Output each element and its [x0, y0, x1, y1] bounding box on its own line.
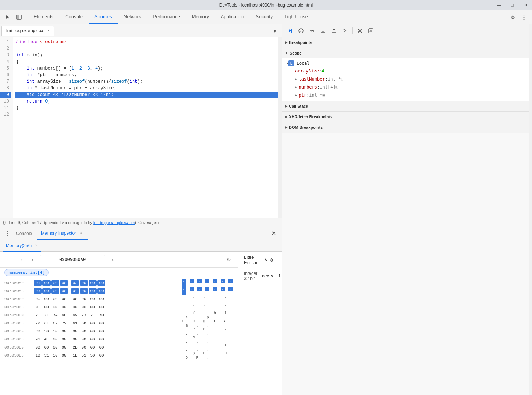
hex-byte[interactable]: 00	[42, 280, 51, 286]
source-file-tab[interactable]: lmi-bug-example.cc ×	[1, 26, 54, 36]
hex-byte[interactable]: 00	[97, 329, 105, 334]
hex-byte[interactable]: 00	[51, 337, 59, 342]
hex-byte[interactable]: 1E	[71, 353, 79, 358]
mem-data-format-selector[interactable]: dec ∨	[262, 273, 274, 279]
hex-byte[interactable]: 00	[71, 329, 79, 334]
hex-byte[interactable]: 00	[80, 337, 88, 342]
tab-console-bottom[interactable]: Console	[12, 227, 37, 240]
tab-elements[interactable]: Elements	[28, 10, 59, 24]
hex-byte[interactable]: 00	[80, 280, 88, 286]
hex-byte[interactable]: 00	[89, 337, 97, 342]
hex-byte[interactable]: 68	[60, 313, 68, 318]
hex-byte[interactable]: 00	[89, 280, 97, 286]
endian-selector[interactable]: Little Endian ∨	[244, 254, 268, 265]
hex-byte[interactable]: 72	[34, 321, 42, 326]
scope-numbers[interactable]: ▶ numbers : int[4]⊞	[282, 83, 532, 91]
hex-byte[interactable]: C0	[34, 329, 42, 334]
hex-byte[interactable]: 00	[80, 345, 88, 350]
deactivate-breakpoints-btn[interactable]	[355, 26, 365, 36]
memory-inspector-tab-close[interactable]: ×	[78, 231, 83, 236]
hex-byte[interactable]: 00	[97, 297, 105, 302]
tab-performance[interactable]: Performance	[147, 10, 186, 24]
hex-byte[interactable]: 00	[97, 305, 105, 310]
hex-byte[interactable]: 51	[80, 353, 88, 358]
more-options-button[interactable]	[519, 12, 529, 22]
tab-application[interactable]: Application	[215, 10, 250, 24]
cursor-icon-btn[interactable]	[3, 12, 13, 22]
hex-byte[interactable]: 00	[97, 321, 105, 326]
hex-byte[interactable]: 00	[89, 297, 97, 302]
step-out-btn[interactable]	[329, 26, 339, 36]
breakpoints-header[interactable]: ▶ Breakpoints	[282, 37, 532, 48]
mem-prev-btn[interactable]: ‹	[28, 255, 37, 264]
hex-byte[interactable]: 51	[42, 353, 51, 358]
hex-byte[interactable]: 00	[42, 305, 51, 310]
hex-byte[interactable]: 73	[80, 313, 88, 318]
mem-refresh-btn[interactable]: ↻	[224, 255, 233, 264]
resume-btn[interactable]	[285, 26, 295, 36]
tab-memory-inspector[interactable]: Memory Inspector ×	[37, 227, 88, 240]
hex-byte[interactable]: 03	[34, 288, 42, 294]
right-panel-scrollbar[interactable]	[529, 24, 532, 395]
bottom-panel-options[interactable]: ⋮	[3, 229, 12, 238]
hex-byte[interactable]: 0C	[34, 305, 42, 310]
dom-breakpoints-header[interactable]: ▶ DOM Breakpoints	[282, 122, 532, 133]
memory-tab-close[interactable]: ×	[33, 243, 38, 248]
scope-header[interactable]: ▼ Scope	[282, 48, 532, 58]
hex-byte[interactable]: 50	[42, 329, 51, 334]
hex-byte[interactable]: 2B	[71, 345, 79, 350]
xhr-breakpoints-header[interactable]: ▶ XHR/fetch Breakpoints	[282, 112, 532, 122]
hex-byte[interactable]: 69	[71, 313, 79, 318]
hex-byte[interactable]: 00	[60, 288, 68, 294]
tab-network[interactable]: Network	[118, 10, 147, 24]
source-tab-more[interactable]: ▶	[270, 26, 280, 36]
hex-byte[interactable]: 00	[51, 305, 59, 310]
hex-byte[interactable]: 00	[51, 297, 59, 302]
hex-byte[interactable]: 00	[71, 337, 79, 342]
tab-lighthouse[interactable]: Lighthouse	[279, 10, 314, 24]
hex-byte[interactable]: 00	[97, 288, 105, 294]
mem-back-btn[interactable]: ←	[4, 255, 13, 264]
dock-icon-btn[interactable]	[14, 12, 24, 22]
hex-byte[interactable]: 00	[51, 280, 59, 286]
memory-settings-btn[interactable]	[268, 255, 276, 265]
hex-byte[interactable]: 00	[80, 305, 88, 310]
code-scrollbar[interactable]	[278, 37, 282, 218]
hex-byte[interactable]: 2E	[34, 313, 42, 318]
hex-byte[interactable]: 70	[97, 313, 105, 318]
hex-byte[interactable]: 00	[34, 345, 42, 350]
hex-byte[interactable]: 00	[60, 337, 68, 342]
tab-console[interactable]: Console	[59, 10, 89, 24]
memory-256-tab[interactable]: Memory(256) ×	[3, 240, 41, 252]
hex-byte[interactable]: 00	[42, 345, 51, 350]
hex-byte[interactable]: 00	[80, 329, 88, 334]
hex-byte[interactable]: 50	[51, 329, 59, 334]
mem-forward-btn[interactable]: →	[16, 255, 25, 264]
scope-array-size[interactable]: arraySize : 4	[282, 67, 532, 75]
hex-byte[interactable]: 00	[97, 345, 105, 350]
hex-byte[interactable]: 00	[80, 297, 88, 302]
step-btn[interactable]	[340, 26, 350, 36]
hex-byte[interactable]: 6F	[42, 321, 51, 326]
hex-byte[interactable]: 2F	[42, 313, 51, 318]
tab-memory[interactable]: Memory	[186, 10, 215, 24]
hex-byte[interactable]: 50	[51, 353, 59, 358]
pause-btn[interactable]	[296, 26, 306, 36]
hex-byte[interactable]: 0C	[34, 297, 42, 302]
step-into-btn[interactable]	[318, 26, 328, 36]
hex-byte[interactable]: 00	[42, 288, 51, 294]
hex-byte[interactable]: 00	[60, 280, 68, 286]
hex-byte[interactable]: 00	[42, 297, 51, 302]
hex-byte[interactable]: 6D	[80, 321, 88, 326]
hex-byte[interactable]: 74	[51, 313, 59, 318]
hex-byte[interactable]: 00	[71, 305, 79, 310]
maximize-button[interactable]: □	[506, 0, 519, 10]
hex-byte[interactable]: 91	[34, 337, 42, 342]
hex-byte[interactable]: 00	[80, 288, 88, 294]
hex-byte[interactable]: 00	[97, 280, 105, 286]
hex-byte[interactable]: 00	[51, 345, 59, 350]
source-tab-close[interactable]: ×	[46, 28, 51, 33]
hex-byte[interactable]: 2E	[89, 313, 97, 318]
hex-byte[interactable]: 10	[34, 353, 42, 358]
hex-byte[interactable]: 00	[60, 329, 68, 334]
